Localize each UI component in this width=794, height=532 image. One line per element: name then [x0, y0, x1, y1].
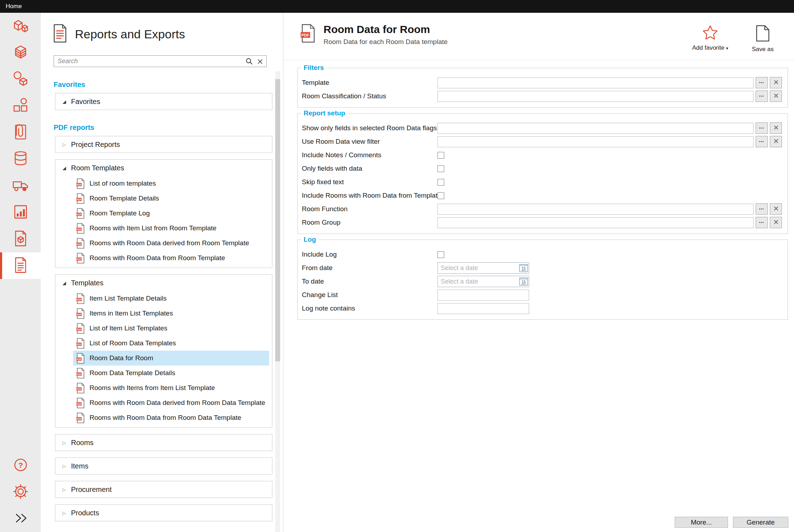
sidebar-item-database[interactable] — [0, 146, 41, 172]
checkbox[interactable] — [437, 165, 444, 172]
search-input[interactable] — [54, 55, 267, 67]
checkbox[interactable] — [437, 179, 444, 186]
clear-search-icon[interactable] — [255, 57, 265, 66]
field-control: ••• — [437, 122, 782, 134]
tree-item-label: Room Data for Room — [89, 354, 153, 362]
collapse-arrow-icon: ◢ — [61, 165, 67, 171]
tree-item-items-in-item-list-templates[interactable]: PDFItems in Item List Templates — [73, 306, 269, 321]
home-menu[interactable]: Home — [6, 3, 22, 10]
tree-item-label: Room Template Details — [89, 194, 159, 202]
calendar-icon[interactable]: 15 — [519, 277, 528, 286]
footer-buttons: More... Generate — [675, 517, 788, 528]
checkbox[interactable] — [437, 192, 444, 199]
ellipsis-button[interactable]: ••• — [756, 91, 768, 102]
clear-button[interactable] — [770, 77, 782, 88]
field-control — [437, 251, 782, 258]
sidebar-item-settings[interactable] — [0, 479, 41, 505]
tree-item-list-of-room-templates[interactable]: PDFList of room templates — [73, 176, 269, 191]
sidebar-item-attachments[interactable] — [0, 119, 41, 146]
sidebar-item-floors[interactable] — [0, 39, 41, 66]
group-label: Project Reports — [71, 141, 120, 149]
sidebar-item-calculations[interactable] — [0, 199, 41, 226]
tree-group-rooms: ▷Rooms — [55, 434, 272, 451]
sidebar-item-help[interactable]: ? — [0, 452, 41, 479]
pdf-icon: PDF — [76, 397, 85, 408]
tree-item-rooms-with-items-from-item-list-template[interactable]: PDFRooms with Items from Item List Templ… — [73, 380, 269, 395]
group-header-items[interactable]: ▷Items — [55, 458, 272, 474]
scrollbar-track[interactable] — [275, 71, 280, 532]
add-favorite-label: Add favorite — [692, 44, 724, 51]
more-button[interactable]: More... — [675, 517, 728, 528]
ellipsis-button[interactable]: ••• — [756, 203, 768, 215]
group-header-room-templates[interactable]: ◢Room Templates — [55, 160, 272, 176]
svg-text:PDF: PDF — [77, 388, 82, 390]
form-row-only-fields-with-data: Only fields with data — [302, 162, 782, 175]
clear-button[interactable] — [770, 217, 782, 228]
lookup-input[interactable] — [437, 136, 754, 147]
group-header-products[interactable]: ▷Products — [55, 505, 272, 521]
tree-item-rooms-with-item-list-from-room-template[interactable]: PDFRooms with Item List from Room Templa… — [73, 221, 269, 236]
clear-button[interactable] — [770, 122, 782, 134]
date-input[interactable] — [437, 276, 529, 287]
lookup-input[interactable] — [437, 204, 754, 215]
form-row-skip-fixed-text: Skip fixed text — [302, 175, 782, 189]
app-window: ? Reports and Exports Favorites◢Favorite… — [0, 13, 794, 532]
tree-item-rooms-with-room-data-from-room-data-template[interactable]: PDFRooms with Room Data from Room Data T… — [73, 410, 269, 425]
lookup-input[interactable] — [437, 77, 754, 88]
tree-item-rooms-with-room-data-derived-from-room-template[interactable]: PDFRooms with Room Data derived from Roo… — [73, 236, 269, 251]
field-label: Change List — [302, 291, 437, 299]
group-header-templates[interactable]: ◢Templates — [55, 275, 272, 291]
field-label: Use Room Data view filter — [302, 138, 437, 146]
clear-button[interactable] — [770, 136, 782, 147]
tree-item-list-of-item-list-templates[interactable]: PDFList of Item List Templates — [73, 321, 269, 336]
search-icon[interactable] — [245, 57, 254, 66]
sidebar-item-logistics[interactable] — [0, 172, 41, 199]
field-control: 15 — [437, 276, 782, 287]
svg-text:PDF: PDF — [77, 373, 82, 375]
ellipsis-button[interactable]: ••• — [756, 77, 768, 88]
add-favorite-button[interactable]: Add favorite ▾ — [692, 25, 729, 52]
clear-button[interactable] — [770, 91, 782, 102]
checkbox[interactable] — [437, 251, 444, 258]
calendar-icon[interactable]: 15 — [519, 263, 528, 272]
clear-button[interactable] — [770, 203, 782, 215]
ellipsis-button[interactable]: ••• — [756, 217, 768, 228]
text-input[interactable] — [437, 290, 529, 301]
scrollbar-thumb[interactable] — [275, 79, 280, 361]
tree-item-room-template-details[interactable]: PDFRoom Template Details — [73, 191, 269, 206]
group-header-project-reports[interactable]: ▷Project Reports — [55, 136, 272, 153]
tree-item-rooms-with-room-data-derived-from-room-data-template[interactable]: PDFRooms with Room Data derived from Roo… — [73, 395, 269, 410]
sidebar-item-buildings[interactable] — [0, 13, 41, 39]
expand-arrow-icon: ▷ — [61, 464, 67, 469]
tree-item-item-list-template-details[interactable]: PDFItem List Template Details — [73, 291, 269, 306]
group-header-rooms[interactable]: ▷Rooms — [55, 434, 272, 451]
sidebar-item-reports[interactable] — [0, 252, 41, 279]
tree-item-rooms-with-room-data-from-room-template[interactable]: PDFRooms with Room Data from Room Templa… — [73, 251, 269, 265]
date-input[interactable] — [437, 262, 529, 274]
lookup-input[interactable] — [437, 123, 754, 134]
ellipsis-button[interactable]: ••• — [756, 136, 768, 147]
group-header-favorites[interactable]: ◢Favorites — [55, 93, 272, 110]
sidebar-item-items[interactable] — [0, 93, 41, 119]
group-label: Templates — [71, 279, 103, 287]
checkbox[interactable] — [437, 152, 444, 159]
text-input[interactable] — [437, 303, 529, 314]
tree-item-label: Room Template Log — [89, 209, 150, 217]
report-tree: Favorites◢FavoritesPDF reports▷Project R… — [41, 81, 283, 521]
sidebar-item-shapes[interactable] — [0, 66, 41, 93]
lookup-input[interactable] — [437, 217, 754, 228]
tree-item-list-of-room-data-templates[interactable]: PDFList of Room Data Templates — [73, 336, 269, 351]
field-control: ••• — [437, 136, 782, 147]
sidebar-item-collapse[interactable] — [0, 505, 41, 532]
save-as-button[interactable]: Save as — [744, 25, 781, 53]
generate-button[interactable]: Generate — [733, 517, 788, 528]
tree-item-room-data-template-details[interactable]: PDFRoom Data Template Details — [73, 366, 269, 380]
group-header-procurement[interactable]: ▷Procurement — [55, 481, 272, 498]
sidebar-item-products[interactable] — [0, 226, 41, 252]
ellipsis-button[interactable]: ••• — [756, 122, 768, 134]
lookup-input[interactable] — [437, 91, 754, 102]
tree-item-room-template-log[interactable]: PDFRoom Template Log — [73, 206, 269, 221]
collapse-arrow-icon: ◢ — [61, 280, 67, 286]
tree-item-room-data-for-room[interactable]: PDFRoom Data for Room — [73, 351, 269, 366]
sidebar: ? — [0, 13, 41, 532]
